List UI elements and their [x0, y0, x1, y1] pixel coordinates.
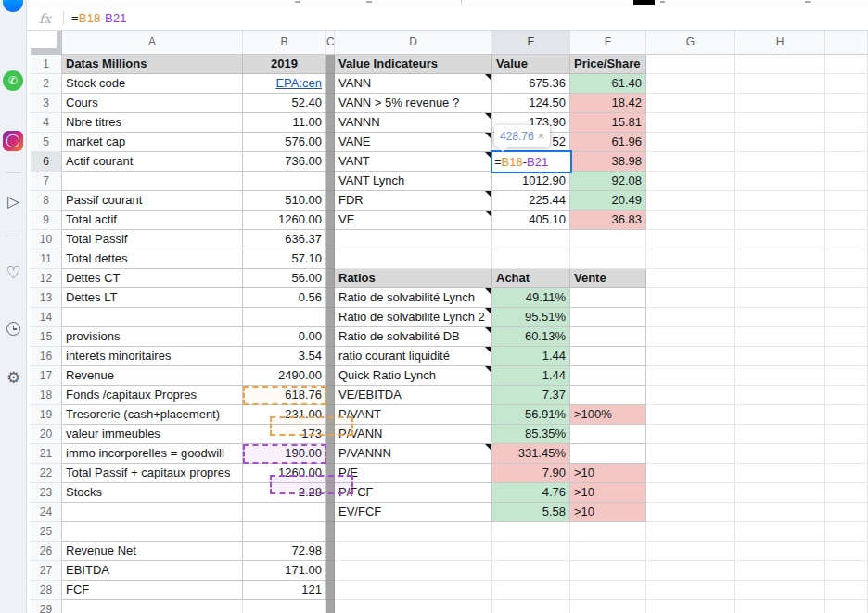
- cell-X29[interactable]: [825, 600, 868, 613]
- cell-E24[interactable]: 5.58: [492, 503, 570, 522]
- cell-A2[interactable]: Stock code: [62, 74, 243, 94]
- cell-B27[interactable]: 171.00: [243, 561, 326, 581]
- cell-B3[interactable]: 52.40: [243, 94, 326, 113]
- cell-E16[interactable]: 1.44: [492, 347, 570, 366]
- row-header-20[interactable]: 20: [31, 425, 62, 444]
- cell-F8[interactable]: 20.49: [570, 191, 646, 211]
- cell-F2[interactable]: 61.40: [570, 74, 646, 94]
- cell-B5[interactable]: 576.00: [243, 133, 326, 152]
- cell-F15[interactable]: [570, 327, 646, 347]
- cell-G9[interactable]: [646, 211, 735, 230]
- row-header-15[interactable]: 15: [31, 327, 62, 347]
- cell-A1[interactable]: Datas Millions: [62, 55, 243, 74]
- cell-B16[interactable]: 3.54: [243, 347, 326, 366]
- row-header-11[interactable]: 11: [31, 249, 62, 269]
- cell-B25[interactable]: [243, 522, 326, 542]
- cell-X13[interactable]: [825, 288, 868, 308]
- cell-D20[interactable]: P/VANN: [335, 425, 492, 444]
- cell-G18[interactable]: [646, 386, 735, 405]
- row-header-12[interactable]: 12: [31, 269, 62, 288]
- cell-A28[interactable]: FCF: [62, 581, 243, 600]
- cell-B12[interactable]: 56.00: [243, 269, 326, 288]
- cell-A26[interactable]: Revenue Net: [62, 542, 243, 561]
- cell-C25[interactable]: [326, 522, 335, 542]
- cell-F14[interactable]: [570, 308, 646, 327]
- cell-G14[interactable]: [646, 308, 735, 327]
- cell-B1[interactable]: 2019: [243, 55, 326, 74]
- cell-C15[interactable]: [326, 327, 335, 347]
- cell-B14[interactable]: [243, 308, 326, 327]
- cell-D3[interactable]: VANN > 5% revenue ?: [335, 94, 492, 113]
- cell-F16[interactable]: [570, 347, 646, 366]
- cell-G10[interactable]: [646, 230, 735, 249]
- cell-X11[interactable]: [825, 249, 868, 269]
- cell-F27[interactable]: [570, 561, 646, 581]
- cell-D22[interactable]: P/E: [335, 464, 492, 483]
- row-header-5[interactable]: 5: [31, 133, 62, 152]
- row-header-14[interactable]: 14: [31, 308, 62, 327]
- cell-D18[interactable]: VE/EBITDA: [335, 386, 492, 405]
- cell-F25[interactable]: [570, 522, 646, 542]
- cell-H10[interactable]: [735, 230, 825, 249]
- cell-A25[interactable]: [62, 522, 243, 542]
- tooltip-close-icon[interactable]: ×: [537, 129, 544, 143]
- row-header-3[interactable]: 3: [31, 94, 62, 113]
- cell-G2[interactable]: [646, 74, 735, 94]
- cell-B4[interactable]: 11.00: [243, 113, 326, 133]
- cell-A17[interactable]: Revenue: [62, 366, 243, 386]
- cell-B10[interactable]: 636.37: [243, 230, 326, 249]
- cell-H28[interactable]: [735, 581, 825, 600]
- cell-G13[interactable]: [646, 288, 735, 308]
- cell-B2[interactable]: EPA:cen: [243, 74, 326, 94]
- cell-G25[interactable]: [646, 522, 735, 542]
- cell-A8[interactable]: Passif courant: [62, 191, 243, 211]
- cell-B22[interactable]: 1260.00: [243, 464, 326, 483]
- cell-H1[interactable]: [735, 55, 825, 74]
- cell-H13[interactable]: [735, 288, 825, 308]
- cell-E7[interactable]: 1012.90: [492, 172, 570, 191]
- cell-H25[interactable]: [735, 522, 825, 542]
- cell-B23[interactable]: 2.28: [243, 483, 326, 503]
- cell-F21[interactable]: [570, 444, 646, 464]
- cell-G8[interactable]: [646, 191, 735, 211]
- cell-G15[interactable]: [646, 327, 735, 347]
- cell-C5[interactable]: [326, 133, 335, 152]
- cell-A24[interactable]: [62, 503, 243, 522]
- cell-X12[interactable]: [825, 269, 868, 288]
- cell-F5[interactable]: 61.96: [570, 133, 646, 152]
- cell-E27[interactable]: [492, 561, 570, 581]
- cell-E1[interactable]: Value: [492, 55, 570, 74]
- cell-X4[interactable]: [825, 113, 868, 133]
- cell-C7[interactable]: [326, 172, 335, 191]
- cell-D6[interactable]: VANT: [335, 152, 492, 172]
- cell-A13[interactable]: Dettes LT: [62, 288, 243, 308]
- cell-C17[interactable]: [326, 366, 335, 386]
- cell-C18[interactable]: [326, 386, 335, 405]
- cell-C16[interactable]: [326, 347, 335, 366]
- column-header-G[interactable]: G: [646, 31, 735, 55]
- cell-H12[interactable]: [735, 269, 825, 288]
- cell-A22[interactable]: Total Passif + capitaux propres: [62, 464, 243, 483]
- cell-X15[interactable]: [825, 327, 868, 347]
- cell-F22[interactable]: >10: [570, 464, 646, 483]
- row-header-13[interactable]: 13: [31, 288, 62, 308]
- cell-X6[interactable]: [825, 152, 868, 172]
- cell-X28[interactable]: [825, 581, 868, 600]
- cell-C9[interactable]: [326, 211, 335, 230]
- row-header-19[interactable]: 19: [31, 405, 62, 425]
- cell-C12[interactable]: [326, 269, 335, 288]
- cell-X20[interactable]: [825, 425, 868, 444]
- cell-B17[interactable]: 2490.00: [243, 366, 326, 386]
- column-header-H[interactable]: H: [735, 31, 825, 55]
- cell-C2[interactable]: [326, 74, 335, 94]
- cell-G20[interactable]: [646, 425, 735, 444]
- cell-F20[interactable]: [570, 425, 646, 444]
- cell-F10[interactable]: [570, 230, 646, 249]
- cell-C26[interactable]: [326, 542, 335, 561]
- cell-A20[interactable]: valeur immeubles: [62, 425, 243, 444]
- cell-G24[interactable]: [646, 503, 735, 522]
- cell-H11[interactable]: [735, 249, 825, 269]
- row-header-18[interactable]: 18: [31, 386, 62, 405]
- cell-B11[interactable]: 57.10: [243, 249, 326, 269]
- column-header-B[interactable]: B: [243, 31, 326, 55]
